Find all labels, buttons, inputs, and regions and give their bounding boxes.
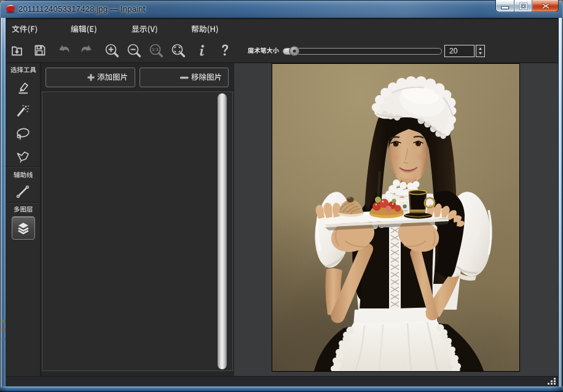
svg-text:1:1: 1:1 <box>152 47 159 52</box>
